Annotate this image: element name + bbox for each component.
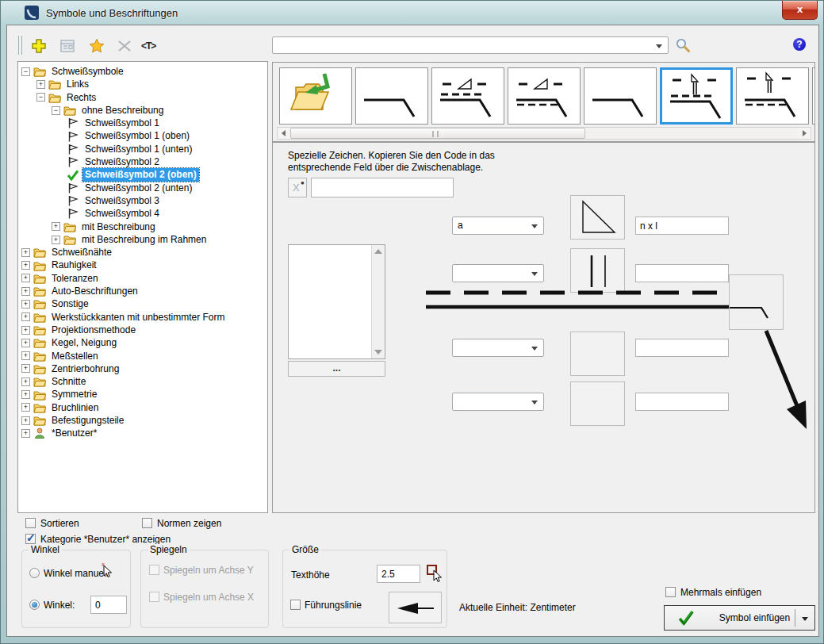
fillet-weld-symbol-button[interactable] <box>570 195 625 240</box>
scroll-up-icon[interactable] <box>374 249 382 254</box>
tree-item[interactable]: +Projektionsmethode <box>18 324 267 336</box>
chevron-down-icon[interactable] <box>656 44 662 48</box>
gallery-scrollbar[interactable] <box>277 127 811 140</box>
show-norms-checkbox[interactable] <box>142 518 152 528</box>
tree-item[interactable]: +Kegel, Neigung <box>18 336 267 349</box>
special-char-button[interactable]: X ● <box>288 178 307 197</box>
toolbar-grip[interactable] <box>18 36 22 55</box>
show-norms-checkbox-label[interactable]: Normen zeigen <box>157 518 221 529</box>
angle-value-radio[interactable] <box>29 600 40 610</box>
listbox-scrollbar[interactable] <box>371 245 385 358</box>
add-symbol-icon[interactable] <box>31 38 47 54</box>
tree-item-label[interactable]: Meßstellen <box>49 350 101 362</box>
angle-value-radio-label[interactable]: Winkel: <box>44 600 75 611</box>
special-code-input[interactable] <box>311 178 454 197</box>
expand-icon[interactable]: + <box>21 326 30 335</box>
chevron-down-icon[interactable] <box>802 617 808 621</box>
help-icon[interactable]: ? <box>793 38 806 51</box>
tree-item[interactable]: +Werkstückkanten mit unbestimmter Form <box>18 311 267 324</box>
tree-item[interactable]: +Befestigungsteile <box>18 414 267 427</box>
tree-item[interactable]: +Sonstige <box>18 297 267 310</box>
thumbnail-weld-symbol-2-unten-icon[interactable] <box>736 67 809 125</box>
angle-manual-radio-label[interactable]: Winkel manuell <box>44 568 108 579</box>
expand-icon[interactable]: + <box>21 429 30 438</box>
tree-item-label[interactable]: Rauhigkeit <box>49 259 99 271</box>
expand-icon[interactable]: + <box>21 300 30 309</box>
square-butt-weld-button[interactable] <box>570 248 625 293</box>
tree-item[interactable]: +Rauhigkeit <box>18 259 267 271</box>
combo-row3[interactable] <box>452 339 544 357</box>
tree-item[interactable]: +Auto-Beschriftungen <box>18 285 267 297</box>
tree-item[interactable]: +Schweißnähte <box>18 246 267 259</box>
tree-item-label[interactable]: Befestigungsteile <box>49 414 126 427</box>
mirror-y-checkbox-label[interactable]: Spiegeln um Achse Y <box>163 565 254 576</box>
text-symbol-icon[interactable]: <T> <box>141 40 155 52</box>
input-row2[interactable] <box>635 264 729 282</box>
expand-icon[interactable]: + <box>21 274 30 282</box>
mirror-x-checkbox-label[interactable]: Spiegeln um Achse X <box>163 592 254 603</box>
tree-item[interactable]: +mit Beschreibung <box>18 220 267 233</box>
expand-icon[interactable]: + <box>21 248 30 257</box>
collapse-icon[interactable]: − <box>21 67 30 76</box>
chevron-down-icon[interactable] <box>531 401 538 404</box>
favorite-star-icon[interactable] <box>89 38 105 54</box>
expand-icon[interactable]: + <box>21 403 30 412</box>
tree-item[interactable]: Schweißsymbol 1 (unten) <box>18 143 267 155</box>
expand-icon[interactable]: + <box>52 222 60 231</box>
insert-multiple-checkbox-label[interactable]: Mehrmals einfügen <box>680 587 761 598</box>
tree-item[interactable]: +Meßstellen <box>18 350 267 362</box>
pick-from-drawing-icon[interactable] <box>426 564 443 583</box>
show-user-category-checkbox-label[interactable]: Kategorie *Benutzer* anzeigen <box>40 534 171 545</box>
sort-checkbox[interactable] <box>25 518 36 528</box>
combo-row2[interactable] <box>452 264 544 282</box>
tree-item-label[interactable]: Schweißsymbol 3 <box>82 194 162 207</box>
thumbnail-weld-symbol-2-icon[interactable] <box>584 67 657 125</box>
combo-row4[interactable] <box>452 393 544 411</box>
text-height-input[interactable] <box>377 565 420 583</box>
tree-item[interactable]: Schweißsymbol 2 <box>18 155 267 168</box>
tree-item[interactable]: Schweißsymbol 4 <box>18 207 267 220</box>
tree-item-label[interactable]: Zentrierbohrung <box>49 362 121 375</box>
symbol-button-row4[interactable] <box>570 381 625 426</box>
tree-item[interactable]: −Schweißsymbole <box>18 65 267 78</box>
chevron-down-icon[interactable] <box>531 347 538 351</box>
tree-item-label[interactable]: Schweißsymbole <box>49 65 126 78</box>
tree-item-label[interactable]: Schweißnähte <box>49 246 114 259</box>
expand-icon[interactable]: + <box>36 80 45 89</box>
tree-item[interactable]: Schweißsymbol 3 <box>18 194 267 207</box>
symbol-button-row3[interactable] <box>570 332 625 376</box>
tree-item[interactable]: −Rechts <box>18 91 267 104</box>
combo-a[interactable]: a <box>452 217 544 235</box>
tree-item-label[interactable]: Schweißsymbol 1 <box>82 117 162 129</box>
leader-arrow-style-button[interactable] <box>389 592 442 623</box>
tree-item-label[interactable]: Schweißsymbol 1 (unten) <box>82 143 194 155</box>
expand-icon[interactable]: + <box>21 378 30 386</box>
tree-item[interactable]: +Bruchlinien <box>18 401 267 414</box>
insert-multiple-checkbox[interactable] <box>665 587 676 597</box>
tree-item-label[interactable]: Sonstige <box>49 297 91 310</box>
expand-icon[interactable]: + <box>21 390 30 399</box>
tree-item[interactable]: +mit Beschreibung im Rahmen <box>18 233 267 246</box>
tree-item-label[interactable]: Schweißsymbol 2 <box>82 155 162 168</box>
tree-item-label[interactable]: Links <box>64 78 91 90</box>
tree-item-label[interactable]: Rechts <box>64 91 98 104</box>
tree-item[interactable]: Schweißsymbol 2 (oben) <box>18 168 267 181</box>
tree-item-label[interactable]: Schweißsymbol 2 (unten) <box>82 182 194 194</box>
tree-item-label[interactable]: *Benutzer* <box>49 427 99 439</box>
thumbnail-weld-symbol-partial-icon[interactable] <box>812 67 815 125</box>
scroll-down-icon[interactable] <box>374 350 382 355</box>
expand-icon[interactable]: + <box>21 416 30 425</box>
tree-item[interactable]: Schweißsymbol 1 (oben) <box>18 129 267 142</box>
expand-icon[interactable]: + <box>21 287 30 296</box>
tree-item[interactable]: +Schnitte <box>18 375 267 388</box>
expand-icon[interactable]: + <box>21 261 30 270</box>
tree-item[interactable]: +Toleranzen <box>18 272 267 285</box>
tree-item-label[interactable]: Schweißsymbol 2 (oben) <box>82 168 199 181</box>
tree-item[interactable]: +Zentrierbohrung <box>18 362 267 375</box>
input-row4[interactable] <box>635 393 729 411</box>
tree-item-label[interactable]: Projektionsmethode <box>49 324 138 336</box>
chevron-down-icon[interactable] <box>531 272 538 276</box>
expand-icon[interactable]: + <box>21 351 30 360</box>
expand-icon[interactable]: + <box>21 339 30 347</box>
tree-item-label[interactable]: Symmetrie <box>49 388 99 401</box>
